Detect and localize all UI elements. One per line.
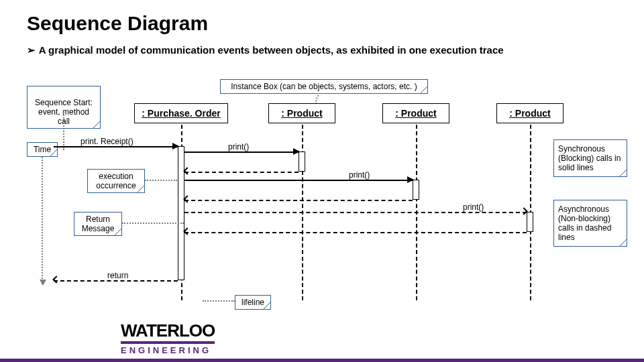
footer-bar — [0, 359, 644, 362]
time-axis-arrow — [42, 157, 43, 284]
msg-print1-label: print() — [228, 142, 249, 152]
callout-lifeline: lifeline — [235, 295, 271, 310]
lifeline-head-product-3: : Product — [496, 103, 564, 123]
msg-print3-label: print() — [463, 202, 484, 212]
msg-return-arrow — [52, 276, 60, 283]
ret-p3-arrow — [183, 227, 191, 235]
msg-printreceipt-arrow — [172, 143, 179, 149]
msg-print2-arrow — [407, 176, 414, 183]
callout-asynchronous: Asynchronous (Non-blocking) calls in das… — [553, 200, 627, 247]
bullet-content: A graphical model of communication event… — [39, 44, 504, 56]
ret-p1-line — [184, 172, 299, 173]
msg-printreceipt-label: print. Receipt() — [80, 137, 133, 146]
msg-printreceipt-line — [54, 146, 178, 147]
lifeline-head-purchase-order: : Purchase. Order — [134, 103, 228, 123]
ret-p2-line — [184, 200, 413, 201]
bullet-text: ➢ A graphical model of communication eve… — [27, 44, 617, 56]
ret-p2-arrow — [183, 195, 191, 202]
sequence-diagram: Instance Box (can be objects, systems, a… — [27, 79, 617, 307]
callout-return-message: Return Message — [74, 212, 122, 236]
ret-p3-line — [184, 232, 527, 233]
msg-return-label: return — [107, 271, 128, 280]
pointer-return-message — [122, 223, 184, 224]
callout-time: Time — [27, 142, 58, 157]
exec-p3 — [527, 212, 533, 232]
pointer-exec-occurrence — [145, 180, 177, 181]
pointer-sequence-start — [63, 110, 64, 150]
msg-print1-line — [184, 152, 299, 153]
lifeline-head-product-2: : Product — [382, 103, 449, 123]
bullet-arrow-icon: ➢ — [27, 44, 36, 56]
callout-synchronous: Synchronous (Blocking) calls in solid li… — [553, 139, 627, 177]
msg-return-line — [54, 280, 178, 282]
logo-wordmark: WATERLOO — [121, 320, 215, 341]
waterloo-logo: WATERLOO ENGINEERING — [121, 320, 215, 355]
lifeline-head-product-1: : Product — [268, 103, 335, 123]
msg-print2-line — [184, 180, 413, 181]
msg-print2-label: print() — [349, 170, 370, 180]
ret-p1-arrow — [183, 167, 191, 174]
msg-print3-line — [184, 212, 527, 213]
page-title: Sequence Diagram — [27, 12, 617, 35]
msg-print1-arrow — [293, 148, 300, 155]
exec-po — [178, 146, 184, 280]
logo-subtext: ENGINEERING — [121, 341, 215, 355]
callout-exec-occurrence: execution occurrence — [87, 169, 145, 193]
pointer-lifeline — [203, 300, 235, 302]
